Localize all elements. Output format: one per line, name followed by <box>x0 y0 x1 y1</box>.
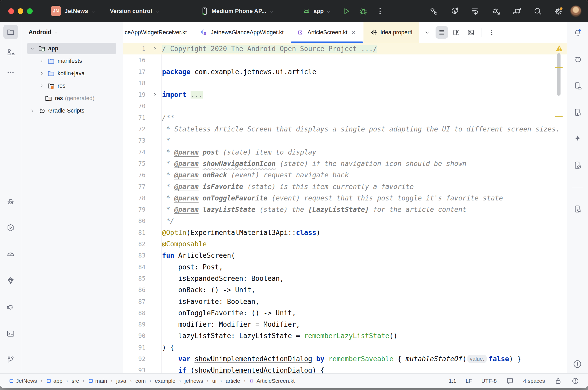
search-icon[interactable] <box>533 6 542 16</box>
code-line-79[interactable]: 79 * @param lazyListState (state) the [L… <box>123 204 567 215</box>
version-control-icon[interactable] <box>3 353 18 367</box>
code-line-74[interactable]: 74 * @param post (state) item to display <box>123 147 567 158</box>
project-view-selector[interactable]: Android <box>21 22 123 42</box>
code-line-90[interactable]: 90 lazyListState: LazyListState = rememb… <box>123 330 567 342</box>
code-line-17[interactable]: 17package com.example.jetnews.ui.article <box>123 66 567 78</box>
code-editor[interactable]: 1/ Copyright 2020 The Android Open Sourc… <box>123 43 567 373</box>
breadcrumb-app[interactable]: app <box>46 378 62 384</box>
warning-stripe-mark[interactable] <box>555 116 563 117</box>
code-line-76[interactable]: 76 * @param onBack (event) request navig… <box>123 169 567 181</box>
chevron-right-icon[interactable] <box>29 107 36 115</box>
chevron-right-icon[interactable] <box>38 69 46 77</box>
code-line-85[interactable]: 85 isExpandedScreen: Boolean, <box>123 273 567 284</box>
problems-icon[interactable] <box>570 359 585 369</box>
breadcrumb-article[interactable]: article <box>226 378 240 384</box>
run-configuration-selector[interactable] <box>302 6 311 16</box>
resource-manager-icon[interactable] <box>3 45 18 59</box>
debug-button[interactable] <box>359 6 368 16</box>
bubble-alert-icon[interactable] <box>506 377 514 385</box>
warning-stripe-mark[interactable] <box>555 67 563 68</box>
code-line-1[interactable]: 1/ Copyright 2020 The Android Open Sourc… <box>123 43 567 54</box>
terminal-icon[interactable] <box>3 326 18 341</box>
code-line-81[interactable]: 81@OptIn(ExperimentalMaterial3Api::class… <box>123 227 567 238</box>
breadcrumb-main[interactable]: main <box>88 378 107 384</box>
more-vertical-icon[interactable] <box>486 26 498 39</box>
chevron-down-icon[interactable] <box>29 45 36 52</box>
breadcrumb-java[interactable]: java <box>116 378 126 384</box>
tab-articlescreen-kt[interactable]: ArticleScreen.kt <box>290 22 363 43</box>
chevron-right-icon[interactable] <box>38 57 46 65</box>
code-line-73[interactable]: 73 * <box>123 135 567 146</box>
code-line-92[interactable]: 92 var showUnimplementedActionDialog by … <box>123 353 567 365</box>
caret-position[interactable]: 1:1 <box>449 378 456 384</box>
breadcrumb-articlescreen-kt[interactable]: ArticleScreen.kt <box>249 378 295 384</box>
avatar[interactable] <box>570 6 581 17</box>
tab-jetnewsglanceappwidget-kt[interactable]: JetnewsGlanceAppWidget.kt <box>194 22 290 43</box>
minimize-window-button[interactable] <box>18 8 23 14</box>
zoom-window-button[interactable] <box>27 8 33 14</box>
device-manager-icon[interactable] <box>570 79 585 93</box>
tree-item-res[interactable]: res(generated) <box>21 92 123 105</box>
code-line-16[interactable]: 16 <box>123 54 567 66</box>
line-separator[interactable]: LF <box>466 378 472 384</box>
breadcrumb-jetnews[interactable]: jetnews <box>185 378 203 384</box>
list-view-icon[interactable] <box>436 26 448 39</box>
code-line-83[interactable]: 83fun ArticleScreen( <box>123 250 567 261</box>
problems-icon[interactable] <box>571 377 579 385</box>
code-line-80[interactable]: 80 */ <box>123 215 567 227</box>
lock-open-icon[interactable] <box>554 377 562 385</box>
chevron-right-icon[interactable] <box>38 82 46 90</box>
code-line-78[interactable]: 78 * @param onToggleFavorite (event) req… <box>123 192 567 204</box>
code-line-86[interactable]: 86 onBack: () -> Unit, <box>123 284 567 296</box>
indent-setting[interactable]: 4 spaces <box>523 378 545 384</box>
breadcrumb-ui[interactable]: ui <box>212 378 216 384</box>
tree-item-gradle-scripts[interactable]: Gradle Scripts <box>21 105 123 117</box>
tree-item-manifests[interactable]: manifests <box>21 55 123 67</box>
tab-idea-properti[interactable]: idea.properti <box>363 22 419 43</box>
project-folder-icon[interactable] <box>3 25 18 39</box>
code-line-70[interactable]: 70 <box>123 100 567 112</box>
gradle-icon[interactable] <box>570 52 585 67</box>
code-line-89[interactable]: 89 modifier: Modifier = Modifier, <box>123 319 567 330</box>
code-line-93[interactable]: 93 if (showUnimplementedActionDialog) { <box>123 365 567 373</box>
fold-toggle-icon[interactable] <box>151 43 159 54</box>
build-icon[interactable] <box>429 6 439 16</box>
file-encoding[interactable]: UTF-8 <box>481 378 497 384</box>
fold-toggle-icon[interactable] <box>151 89 159 100</box>
device-mirroring-icon[interactable] <box>570 158 585 172</box>
device-selector[interactable]: Medium Phone AP... <box>200 0 276 22</box>
code-line-84[interactable]: 84 post: Post, <box>123 261 567 273</box>
tab-ceappwidgetreceiver-kt[interactable]: ceAppWidgetReceiver.kt <box>123 22 194 43</box>
notifications-bell-icon[interactable] <box>570 26 585 40</box>
image-view-icon[interactable] <box>465 26 477 39</box>
code-line-77[interactable]: 77 * @param isFavorite (state) is this i… <box>123 181 567 192</box>
close-icon[interactable] <box>351 29 357 36</box>
code-line-88[interactable]: 88 onToggleFavorite: () -> Unit, <box>123 307 567 319</box>
apply-code-changes-icon[interactable] <box>471 6 480 16</box>
tree-item-kotlin-java[interactable]: kotlin+java <box>21 67 123 80</box>
code-line-82[interactable]: 82@Composable <box>123 238 567 250</box>
attach-debugger-icon[interactable] <box>492 6 501 16</box>
breadcrumb-com[interactable]: com <box>135 378 146 384</box>
chevron-down-icon[interactable] <box>421 26 433 39</box>
more-actions-button[interactable] <box>376 7 384 16</box>
project-name-menu[interactable]: JetNews <box>65 8 88 15</box>
tree-item-app[interactable]: app <box>21 42 123 55</box>
breadcrumb-example[interactable]: example <box>155 378 175 384</box>
gemini-sparkle-icon[interactable] <box>570 131 585 146</box>
profiler-icon[interactable] <box>3 247 18 261</box>
inspection-warning-icon[interactable] <box>555 44 564 53</box>
run-config-label[interactable]: app <box>313 8 324 15</box>
settings-icon[interactable] <box>554 6 563 16</box>
run-button[interactable] <box>341 6 351 16</box>
services-icon[interactable] <box>3 220 18 235</box>
split-view-icon[interactable] <box>450 26 463 39</box>
code-line-19[interactable]: 19import ... <box>123 89 567 100</box>
code-line-91[interactable]: 91) { <box>123 342 567 353</box>
editor-scrollbar[interactable] <box>557 53 561 96</box>
logcat-icon[interactable] <box>3 300 18 314</box>
gradle-sync-icon[interactable] <box>512 6 522 16</box>
more-horizontal-icon[interactable] <box>3 65 18 80</box>
device-explorer-icon[interactable] <box>570 202 585 216</box>
code-line-87[interactable]: 87 isFavorite: Boolean, <box>123 296 567 307</box>
